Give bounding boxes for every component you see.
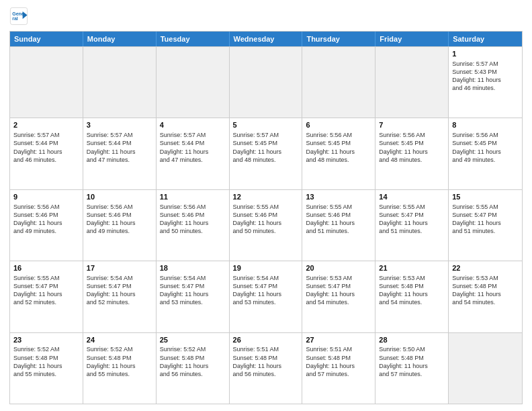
cal-cell: 23Sunrise: 5:52 AM Sunset: 5:48 PM Dayli…	[10, 333, 83, 404]
cal-cell: 20Sunrise: 5:53 AM Sunset: 5:47 PM Dayli…	[302, 261, 375, 332]
cell-info: Sunrise: 5:54 AM Sunset: 5:47 PM Dayligh…	[160, 274, 226, 307]
cal-cell: 8Sunrise: 5:56 AM Sunset: 5:45 PM Daylig…	[449, 118, 522, 189]
day-number: 2	[13, 120, 79, 130]
cal-cell: 1Sunrise: 5:57 AM Sunset: 5:43 PM Daylig…	[449, 47, 522, 118]
cal-cell: 14Sunrise: 5:55 AM Sunset: 5:47 PM Dayli…	[375, 190, 449, 261]
cell-info: Sunrise: 5:57 AM Sunset: 5:44 PM Dayligh…	[13, 131, 79, 164]
cal-cell: 27Sunrise: 5:51 AM Sunset: 5:48 PM Dayli…	[302, 333, 375, 404]
day-number: 1	[452, 49, 519, 59]
cell-info: Sunrise: 5:51 AM Sunset: 5:48 PM Dayligh…	[306, 345, 371, 378]
cell-info: Sunrise: 5:55 AM Sunset: 5:47 PM Dayligh…	[13, 274, 79, 307]
day-number: 5	[233, 120, 299, 130]
page: Gene- ral SundayMondayTuesdayWednesdayTh…	[0, 0, 532, 411]
cell-info: Sunrise: 5:56 AM Sunset: 5:45 PM Dayligh…	[452, 131, 519, 164]
cal-cell: 6Sunrise: 5:56 AM Sunset: 5:45 PM Daylig…	[302, 118, 375, 189]
cal-cell: 4Sunrise: 5:57 AM Sunset: 5:44 PM Daylig…	[157, 118, 230, 189]
cal-cell: 17Sunrise: 5:54 AM Sunset: 5:47 PM Dayli…	[83, 261, 157, 332]
cal-cell: 25Sunrise: 5:52 AM Sunset: 5:48 PM Dayli…	[157, 333, 230, 404]
day-number: 3	[87, 120, 152, 130]
cal-week-1: 2Sunrise: 5:57 AM Sunset: 5:44 PM Daylig…	[10, 118, 522, 189]
cell-info: Sunrise: 5:56 AM Sunset: 5:45 PM Dayligh…	[379, 131, 445, 164]
cell-info: Sunrise: 5:56 AM Sunset: 5:46 PM Dayligh…	[87, 203, 152, 236]
cal-header-sunday: Sunday	[10, 32, 83, 46]
cell-info: Sunrise: 5:56 AM Sunset: 5:46 PM Dayligh…	[160, 203, 226, 236]
cal-week-3: 16Sunrise: 5:55 AM Sunset: 5:47 PM Dayli…	[10, 261, 522, 332]
day-number: 28	[379, 335, 445, 345]
logo-icon: Gene- ral	[9, 7, 28, 26]
cal-cell: 19Sunrise: 5:54 AM Sunset: 5:47 PM Dayli…	[230, 261, 303, 332]
cal-cell: 3Sunrise: 5:57 AM Sunset: 5:44 PM Daylig…	[83, 118, 157, 189]
calendar: SundayMondayTuesdayWednesdayThursdayFrid…	[9, 31, 523, 404]
cell-info: Sunrise: 5:51 AM Sunset: 5:48 PM Dayligh…	[233, 345, 299, 378]
day-number: 6	[306, 120, 371, 130]
cell-info: Sunrise: 5:55 AM Sunset: 5:46 PM Dayligh…	[233, 203, 299, 236]
cal-cell: 21Sunrise: 5:53 AM Sunset: 5:48 PM Dayli…	[375, 261, 449, 332]
cal-cell: 22Sunrise: 5:53 AM Sunset: 5:48 PM Dayli…	[449, 261, 522, 332]
cell-info: Sunrise: 5:55 AM Sunset: 5:46 PM Dayligh…	[306, 203, 371, 236]
cal-cell: 15Sunrise: 5:55 AM Sunset: 5:47 PM Dayli…	[449, 190, 522, 261]
cell-info: Sunrise: 5:53 AM Sunset: 5:48 PM Dayligh…	[452, 274, 519, 307]
cell-info: Sunrise: 5:57 AM Sunset: 5:43 PM Dayligh…	[452, 60, 519, 93]
cell-info: Sunrise: 5:56 AM Sunset: 5:45 PM Dayligh…	[306, 131, 371, 164]
day-number: 14	[379, 192, 445, 202]
cal-cell	[230, 47, 303, 118]
cal-cell: 2Sunrise: 5:57 AM Sunset: 5:44 PM Daylig…	[10, 118, 83, 189]
day-number: 9	[13, 192, 79, 202]
day-number: 15	[452, 192, 519, 202]
cell-info: Sunrise: 5:56 AM Sunset: 5:46 PM Dayligh…	[13, 203, 79, 236]
cal-header-saturday: Saturday	[449, 32, 522, 46]
cell-info: Sunrise: 5:53 AM Sunset: 5:48 PM Dayligh…	[379, 274, 445, 307]
day-number: 13	[306, 192, 371, 202]
cal-cell: 16Sunrise: 5:55 AM Sunset: 5:47 PM Dayli…	[10, 261, 83, 332]
svg-text:ral: ral	[12, 16, 18, 21]
cell-info: Sunrise: 5:52 AM Sunset: 5:48 PM Dayligh…	[13, 345, 79, 378]
cal-header-tuesday: Tuesday	[157, 32, 230, 46]
header: Gene- ral	[9, 7, 523, 26]
day-number: 23	[13, 335, 79, 345]
cal-cell: 13Sunrise: 5:55 AM Sunset: 5:46 PM Dayli…	[302, 190, 375, 261]
day-number: 21	[379, 263, 445, 273]
cal-cell	[10, 47, 83, 118]
cell-info: Sunrise: 5:57 AM Sunset: 5:44 PM Dayligh…	[87, 131, 152, 164]
day-number: 10	[87, 192, 152, 202]
logo: Gene- ral	[9, 7, 31, 26]
cal-cell	[302, 47, 375, 118]
cal-cell: 5Sunrise: 5:57 AM Sunset: 5:45 PM Daylig…	[230, 118, 303, 189]
cal-cell: 26Sunrise: 5:51 AM Sunset: 5:48 PM Dayli…	[230, 333, 303, 404]
cal-cell: 11Sunrise: 5:56 AM Sunset: 5:46 PM Dayli…	[157, 190, 230, 261]
cal-cell	[449, 333, 522, 404]
day-number: 16	[13, 263, 79, 273]
cal-cell: 24Sunrise: 5:52 AM Sunset: 5:48 PM Dayli…	[83, 333, 157, 404]
day-number: 17	[87, 263, 152, 273]
cell-info: Sunrise: 5:50 AM Sunset: 5:48 PM Dayligh…	[379, 345, 445, 378]
day-number: 20	[306, 263, 371, 273]
day-number: 8	[452, 120, 519, 130]
day-number: 19	[233, 263, 299, 273]
day-number: 22	[452, 263, 519, 273]
cal-cell	[83, 47, 157, 118]
cal-cell: 18Sunrise: 5:54 AM Sunset: 5:47 PM Dayli…	[157, 261, 230, 332]
calendar-header: SundayMondayTuesdayWednesdayThursdayFrid…	[10, 32, 522, 46]
cal-header-monday: Monday	[83, 32, 157, 46]
cell-info: Sunrise: 5:55 AM Sunset: 5:47 PM Dayligh…	[379, 203, 445, 236]
cal-header-thursday: Thursday	[302, 32, 375, 46]
day-number: 25	[160, 335, 226, 345]
cal-cell: 7Sunrise: 5:56 AM Sunset: 5:45 PM Daylig…	[375, 118, 449, 189]
cal-cell: 10Sunrise: 5:56 AM Sunset: 5:46 PM Dayli…	[83, 190, 157, 261]
cal-cell	[157, 47, 230, 118]
day-number: 7	[379, 120, 445, 130]
cal-header-friday: Friday	[375, 32, 449, 46]
day-number: 24	[87, 335, 152, 345]
day-number: 27	[306, 335, 371, 345]
cal-week-4: 23Sunrise: 5:52 AM Sunset: 5:48 PM Dayli…	[10, 332, 522, 404]
cell-info: Sunrise: 5:52 AM Sunset: 5:48 PM Dayligh…	[160, 345, 226, 378]
cell-info: Sunrise: 5:57 AM Sunset: 5:45 PM Dayligh…	[233, 131, 299, 164]
day-number: 12	[233, 192, 299, 202]
cal-cell	[375, 47, 449, 118]
cell-info: Sunrise: 5:52 AM Sunset: 5:48 PM Dayligh…	[87, 345, 152, 378]
cal-header-wednesday: Wednesday	[230, 32, 303, 46]
cal-cell: 12Sunrise: 5:55 AM Sunset: 5:46 PM Dayli…	[230, 190, 303, 261]
cell-info: Sunrise: 5:54 AM Sunset: 5:47 PM Dayligh…	[233, 274, 299, 307]
cal-cell: 28Sunrise: 5:50 AM Sunset: 5:48 PM Dayli…	[375, 333, 449, 404]
cal-cell: 9Sunrise: 5:56 AM Sunset: 5:46 PM Daylig…	[10, 190, 83, 261]
